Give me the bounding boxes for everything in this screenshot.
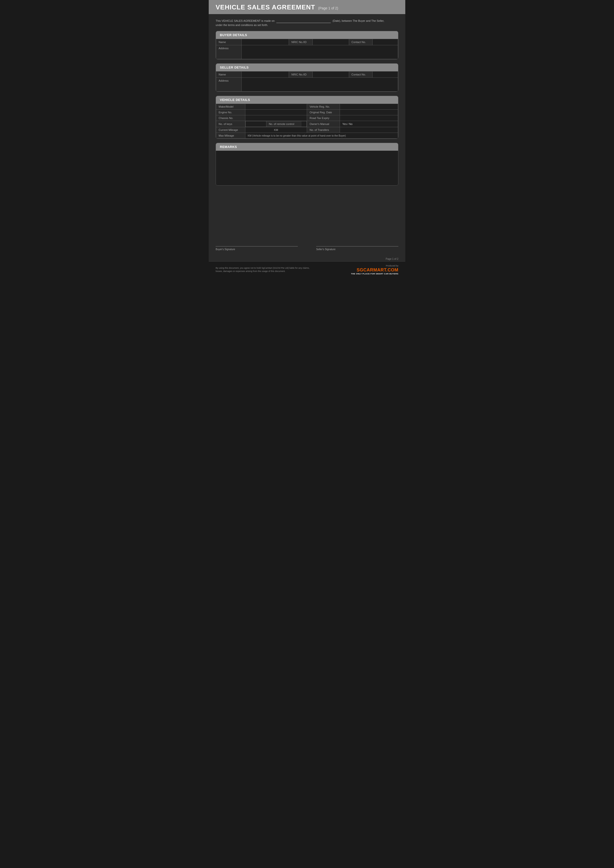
remarks-header: REMARKS xyxy=(216,143,398,151)
brand-block: Produced by SGCARMART.COM THE ONLY PLACE… xyxy=(351,265,398,275)
keys-value[interactable]: No. of remote control xyxy=(246,121,307,127)
owners-manual-value[interactable]: Yes / No xyxy=(340,121,398,127)
vehicle-reg-value[interactable] xyxy=(340,104,398,110)
brand-name: SGCARMART.COM xyxy=(357,268,399,273)
buyer-address-value[interactable] xyxy=(241,45,398,59)
buyer-signature-block: Buyer's Signature xyxy=(216,246,298,251)
bottom-bar: By using this document, you agree not to… xyxy=(209,261,405,278)
chassis-label: Chassis No. xyxy=(216,115,246,121)
brand-tagline: THE ONLY PLACE FOR SMART CAR BUYERS xyxy=(351,273,398,275)
seller-contact-label: Contact No. xyxy=(349,71,373,78)
disclaimer-text: By using this document, you agree not to… xyxy=(216,267,316,273)
seller-signature-line xyxy=(316,246,398,246)
orig-reg-value[interactable] xyxy=(340,110,398,115)
keys-row: No. of keys No. of remote control Owner'… xyxy=(216,121,398,127)
max-mileage-row: Max Mileage KM (Vehicle mileage is to be… xyxy=(216,133,398,139)
buyer-address-label: Address xyxy=(216,45,242,59)
seller-details-section: SELLER DETAILS Name NRIC No./ID Contact … xyxy=(216,64,398,92)
mileage-row: Current Mileage KM No. of Transfers xyxy=(216,127,398,133)
vehicle-details-table: Make/Model Vehicle Reg. No. Engine No. O… xyxy=(216,104,398,139)
signature-area: Buyer's Signature Seller's Signature xyxy=(209,231,405,256)
vehicle-details-header: VEHICLE DETAILS xyxy=(216,96,398,104)
seller-signature-label: Seller's Signature xyxy=(316,248,336,251)
keys-label: No. of keys xyxy=(216,121,246,127)
buyer-contact-value[interactable] xyxy=(373,39,398,45)
seller-address-row: Address xyxy=(216,78,398,91)
page-number-area: Page 1 of 2 xyxy=(209,256,405,261)
engine-value[interactable] xyxy=(245,110,307,115)
seller-signature-block: Seller's Signature xyxy=(316,246,398,251)
buyer-nric-value[interactable] xyxy=(312,39,349,45)
road-tax-value[interactable] xyxy=(340,115,398,121)
make-model-row: Make/Model Vehicle Reg. No. xyxy=(216,104,398,110)
keys-count-value[interactable] xyxy=(246,121,266,127)
seller-contact-value[interactable] xyxy=(373,71,398,78)
buyer-details-header: BUYER DETAILS xyxy=(216,31,398,39)
engine-label: Engine No. xyxy=(216,110,246,115)
remote-label: No. of remote control xyxy=(266,121,302,127)
current-mileage-label: Current Mileage xyxy=(216,127,246,133)
document-title: VEHICLE SALES AGREEMENT xyxy=(216,3,315,11)
intro-paragraph: This VEHICLE SALES AGREEMENT is made on … xyxy=(216,19,398,27)
seller-name-row: Name NRIC No./ID Contact No. xyxy=(216,71,398,78)
owners-manual-label: Owner's Manual xyxy=(307,121,340,127)
page-number: Page 1 of 2 xyxy=(386,257,398,260)
seller-details-header: SELLER DETAILS xyxy=(216,64,398,71)
buyer-details-table: Name NRIC No./ID Contact No. Address xyxy=(216,39,398,59)
remote-value[interactable] xyxy=(302,121,306,127)
transfers-label: No. of Transfers xyxy=(307,127,340,133)
intro-prefix: This VEHICLE SALES AGREEMENT is made on xyxy=(216,19,275,22)
intro-suffix: (Date), between The Buyer and The Seller… xyxy=(333,19,384,22)
seller-address-value[interactable] xyxy=(241,78,398,91)
remarks-section: REMARKS xyxy=(216,143,398,186)
page-header: VEHICLE SALES AGREEMENT (Page 1 of 2) xyxy=(209,0,405,14)
seller-name-value[interactable] xyxy=(241,71,289,78)
intro-second-line: under the terms and conditions as set fo… xyxy=(216,23,268,26)
make-model-value[interactable] xyxy=(245,104,307,110)
km-unit: KM xyxy=(274,129,278,132)
chassis-value[interactable] xyxy=(245,115,307,121)
produced-by-label: Produced by xyxy=(386,265,398,267)
max-mileage-label: Max Mileage xyxy=(216,133,246,139)
date-field[interactable] xyxy=(276,19,331,23)
seller-name-label: Name xyxy=(216,71,242,78)
page: VEHICLE SALES AGREEMENT (Page 1 of 2) Th… xyxy=(209,0,405,278)
make-model-label: Make/Model xyxy=(216,104,246,110)
orig-reg-label: Original Reg. Date xyxy=(307,110,340,115)
vehicle-reg-label: Vehicle Reg. No. xyxy=(307,104,340,110)
seller-details-table: Name NRIC No./ID Contact No. Address xyxy=(216,71,398,91)
remarks-content[interactable] xyxy=(216,151,398,185)
chassis-row: Chassis No. Road Tax Expiry xyxy=(216,115,398,121)
buyer-name-label: Name xyxy=(216,39,242,45)
seller-address-label: Address xyxy=(216,78,242,91)
vehicle-details-section: VEHICLE DETAILS Make/Model Vehicle Reg. … xyxy=(216,96,398,139)
buyer-name-value[interactable] xyxy=(241,39,289,45)
buyer-name-row: Name NRIC No./ID Contact No. xyxy=(216,39,398,45)
buyer-details-section: BUYER DETAILS Name NRIC No./ID Contact N… xyxy=(216,31,398,59)
buyer-signature-line xyxy=(216,246,298,246)
seller-nric-label: NRIC No./ID xyxy=(289,71,312,78)
buyer-nric-label: NRIC No./ID xyxy=(289,39,312,45)
transfers-value[interactable] xyxy=(340,127,398,133)
engine-row: Engine No. Original Reg. Date xyxy=(216,110,398,115)
road-tax-label: Road Tax Expiry xyxy=(307,115,340,121)
seller-nric-value[interactable] xyxy=(312,71,349,78)
buyer-address-row: Address xyxy=(216,45,398,59)
page-subtitle: (Page 1 of 2) xyxy=(318,6,338,10)
current-mileage-value[interactable]: KM xyxy=(245,127,307,133)
main-content: This VEHICLE SALES AGREEMENT is made on … xyxy=(209,14,405,231)
buyer-contact-label: Contact No. xyxy=(349,39,373,45)
max-mileage-value[interactable]: KM (Vehicle mileage is to be no greater … xyxy=(245,133,398,139)
buyer-signature-label: Buyer's Signature xyxy=(216,248,235,251)
